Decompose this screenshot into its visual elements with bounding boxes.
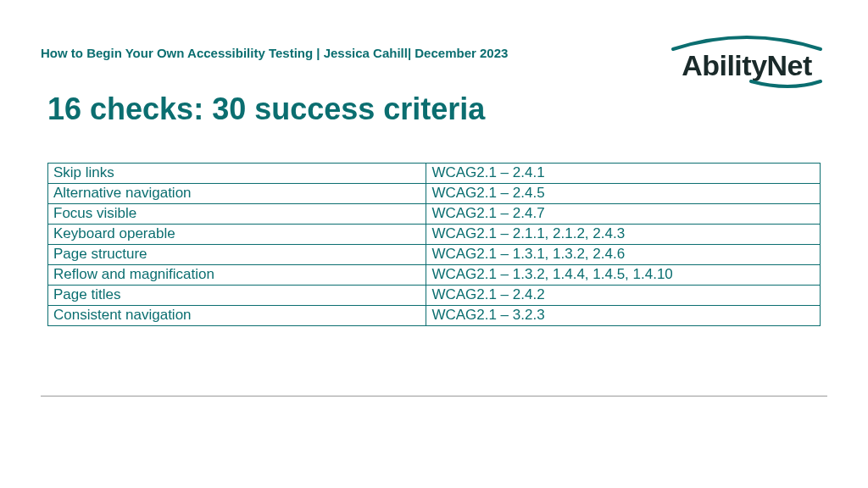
criteria-cell: WCAG2.1 – 2.4.2 (426, 286, 821, 306)
table-row: Page structureWCAG2.1 – 1.3.1, 1.3.2, 2.… (48, 245, 821, 265)
logo-text: AbilityNet (666, 51, 827, 80)
criteria-cell: WCAG2.1 – 1.3.1, 1.3.2, 2.4.6 (426, 245, 821, 265)
check-cell: Reflow and magnification (48, 265, 426, 286)
table-row: Skip linksWCAG2.1 – 2.4.1 (48, 164, 821, 184)
logo-arc-top-icon (666, 32, 827, 51)
table-row: Page titlesWCAG2.1 – 2.4.2 (48, 286, 821, 306)
table-row: Alternative navigationWCAG2.1 – 2.4.5 (48, 184, 821, 204)
check-cell: Page titles (48, 286, 426, 306)
criteria-cell: WCAG2.1 – 1.3.2, 1.4.4, 1.4.5, 1.4.10 (426, 265, 821, 286)
criteria-cell: WCAG2.1 – 2.4.5 (426, 184, 821, 204)
criteria-cell: WCAG2.1 – 2.4.7 (426, 204, 821, 225)
table-row: Keyboard operableWCAG2.1 – 2.1.1, 2.1.2,… (48, 225, 821, 245)
check-cell: Focus visible (48, 204, 426, 225)
check-cell: Page structure (48, 245, 426, 265)
check-cell: Consistent navigation (48, 306, 426, 326)
criteria-cell: WCAG2.1 – 2.1.1, 2.1.2, 2.4.3 (426, 225, 821, 245)
checks-table: Skip linksWCAG2.1 – 2.4.1Alternative nav… (47, 163, 821, 326)
table-row: Consistent navigationWCAG2.1 – 3.2.3 (48, 306, 821, 326)
check-cell: Alternative navigation (48, 184, 426, 204)
header-breadcrumb: How to Begin Your Own Accessibility Test… (41, 46, 508, 60)
criteria-cell: WCAG2.1 – 3.2.3 (426, 306, 821, 326)
page-title: 16 checks: 30 success criteria (47, 92, 485, 127)
footer-divider (41, 396, 827, 396)
check-cell: Skip links (48, 164, 426, 184)
check-cell: Keyboard operable (48, 225, 426, 245)
table-row: Focus visibleWCAG2.1 – 2.4.7 (48, 204, 821, 225)
table-row: Reflow and magnificationWCAG2.1 – 1.3.2,… (48, 265, 821, 286)
logo-arc-bottom-icon (666, 80, 827, 92)
criteria-cell: WCAG2.1 – 2.4.1 (426, 164, 821, 184)
abilitynet-logo: AbilityNet (666, 32, 827, 95)
